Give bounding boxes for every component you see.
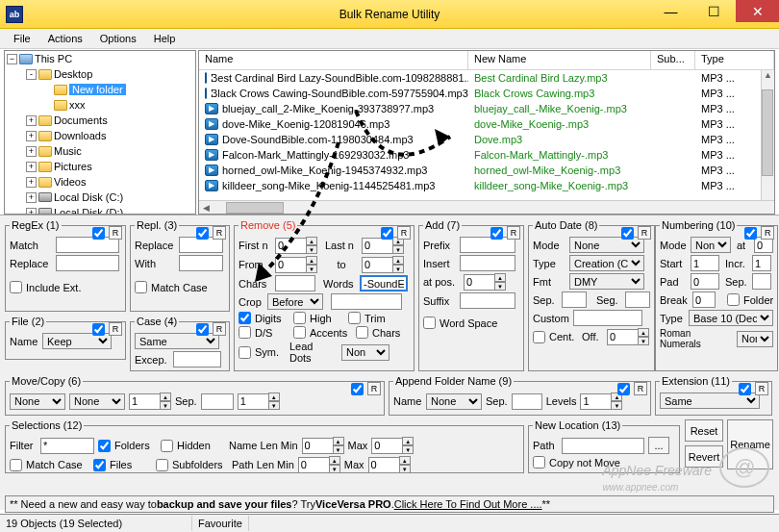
spin-down[interactable]: ▼	[402, 445, 414, 454]
remove-digits-checkbox[interactable]	[239, 312, 251, 324]
spin-up[interactable]: ▲	[494, 273, 506, 282]
add-reset-button[interactable]: R	[507, 226, 520, 240]
spin-up[interactable]: ▲	[402, 437, 414, 445]
spin-down[interactable]: ▼	[392, 245, 404, 254]
autodate-fmt-select[interactable]: DMY	[569, 273, 644, 290]
tree-expander[interactable]: -	[26, 69, 37, 80]
case-enable-checkbox[interactable]	[196, 323, 209, 336]
folder-tree[interactable]: −This PC -Desktop•New folder•xxx+Documen…	[4, 50, 196, 215]
ext-reset-button[interactable]: R	[755, 382, 768, 395]
movecopy-reset-button[interactable]: R	[367, 382, 381, 395]
remove-crop-input[interactable]	[331, 293, 402, 310]
spin-down[interactable]: ▼	[611, 401, 622, 410]
minimize-button[interactable]: —	[649, 0, 692, 22]
repl-reset-button[interactable]: R	[213, 226, 226, 240]
remove-reset-button[interactable]: R	[397, 226, 411, 240]
table-row[interactable]: horned_owl-Mike_Koenig-1945374932.mp3 ho…	[199, 163, 761, 178]
spin-down[interactable]: ▼	[306, 245, 317, 254]
file-reset-button[interactable]: R	[109, 322, 122, 336]
tree-item[interactable]: Music	[54, 145, 82, 157]
tree-item[interactable]: Videos	[54, 176, 86, 188]
sel-matchcase-checkbox[interactable]	[10, 459, 22, 471]
remove-chars-input[interactable]	[275, 275, 315, 291]
append-reset-button[interactable]: R	[634, 382, 647, 395]
append-enable-checkbox[interactable]	[617, 383, 630, 395]
remove-from-input[interactable]	[275, 257, 306, 273]
tree-expander[interactable]: +	[26, 115, 37, 126]
tree-item[interactable]: Pictures	[54, 161, 92, 172]
tree-item[interactable]: Desktop	[54, 68, 92, 80]
maximize-button[interactable]: ☐	[692, 0, 736, 22]
repl-with-input[interactable]	[179, 255, 223, 271]
spin-down[interactable]: ▼	[306, 265, 317, 273]
spin-up[interactable]: ▲	[306, 256, 317, 265]
remove-high-checkbox[interactable]	[293, 312, 306, 324]
tree-item[interactable]: Local Disk (C:)	[54, 191, 123, 203]
case-excep-input[interactable]	[173, 351, 221, 367]
tree-expander[interactable]: +	[26, 192, 37, 203]
remove-leaddots-select[interactable]: Non	[341, 344, 390, 361]
numbering-roman-select[interactable]: None	[737, 331, 773, 347]
autodate-reset-button[interactable]: R	[638, 226, 651, 240]
close-button[interactable]: ✕	[736, 0, 779, 22]
tree-expander[interactable]: +	[26, 162, 37, 172]
numbering-enable-checkbox[interactable]	[744, 227, 757, 240]
tree-expander[interactable]: −	[7, 54, 17, 64]
tree-expander[interactable]: +	[26, 146, 37, 157]
newloc-path-input[interactable]	[562, 438, 644, 454]
numbering-folder-checkbox[interactable]	[727, 293, 740, 306]
movecopy-num1-input[interactable]	[129, 393, 160, 410]
tree-expander[interactable]: +	[26, 131, 37, 141]
tree-item[interactable]: Local Disk (D:)	[54, 207, 123, 215]
remove-ds-checkbox[interactable]	[239, 326, 251, 339]
spin-down[interactable]: ▼	[494, 282, 506, 291]
file-enable-checkbox[interactable]	[92, 323, 105, 336]
numbering-mode-select[interactable]: None	[691, 237, 731, 253]
table-row[interactable]: bluejay_call_2-Mike_Koenig-3937389?7.mp3…	[199, 101, 761, 116]
table-row[interactable]: Dove-SoundBible.com-1198030484.mp3 Dove.…	[199, 132, 761, 147]
newloc-copy-checkbox[interactable]	[533, 456, 545, 469]
rename-button[interactable]: Rename	[727, 419, 773, 469]
scrollbar-horizontal[interactable]: ◀	[199, 200, 774, 214]
spin-up[interactable]: ▲	[160, 393, 171, 401]
spin-down[interactable]: ▼	[399, 465, 411, 473]
menu-options[interactable]: Options	[92, 31, 144, 46]
append-levels-input[interactable]	[580, 393, 611, 410]
tree-item[interactable]: xxx	[69, 99, 86, 111]
spin-down[interactable]: ▼	[329, 465, 340, 473]
spin-up[interactable]: ▲	[333, 437, 344, 445]
remove-firstn-input[interactable]	[275, 238, 306, 254]
remove-charsck-checkbox[interactable]	[356, 326, 368, 339]
col-type[interactable]: Type	[695, 51, 774, 69]
tree-item[interactable]: Downloads	[54, 130, 106, 141]
sel-namelenmin-input[interactable]	[302, 438, 333, 454]
numbering-reset-button[interactable]: R	[761, 226, 774, 240]
col-sub[interactable]: Sub...	[651, 51, 695, 69]
spin-down[interactable]: ▼	[392, 265, 404, 273]
autodate-seg-input[interactable]	[625, 291, 650, 308]
remove-lastn-input[interactable]	[362, 238, 392, 254]
sel-filter-input[interactable]	[40, 438, 94, 454]
table-row[interactable]: Falcon-Mark_Mattingly-169293032.mp3 Falc…	[199, 147, 761, 163]
promo-link[interactable]: Click Here To Find Out More ....	[394, 498, 542, 510]
tree-expander[interactable]: +	[26, 208, 37, 215]
add-atpos-input[interactable]	[464, 274, 494, 291]
movecopy-sep-input[interactable]	[201, 393, 234, 410]
spin-up[interactable]: ▲	[399, 456, 411, 465]
menu-file[interactable]: File	[6, 31, 38, 46]
sel-files-checkbox[interactable]	[93, 459, 106, 471]
append-name-select[interactable]: None	[426, 393, 482, 410]
remove-to-input[interactable]	[362, 257, 392, 273]
spin-up[interactable]: ▲	[329, 456, 340, 465]
regex-includeext-checkbox[interactable]	[10, 281, 22, 293]
spin-up[interactable]: ▲	[638, 328, 649, 337]
add-enable-checkbox[interactable]	[490, 227, 503, 240]
remove-enable-checkbox[interactable]	[381, 227, 393, 240]
spin-up[interactable]: ▲	[392, 256, 404, 265]
movecopy-mode2-select[interactable]: None	[69, 393, 125, 410]
spin-down[interactable]: ▼	[268, 401, 280, 410]
tree-expander[interactable]: +	[26, 177, 37, 188]
sel-max1-input[interactable]	[371, 438, 402, 454]
sel-folders-checkbox[interactable]	[98, 440, 111, 452]
remove-accents-checkbox[interactable]	[293, 326, 306, 339]
